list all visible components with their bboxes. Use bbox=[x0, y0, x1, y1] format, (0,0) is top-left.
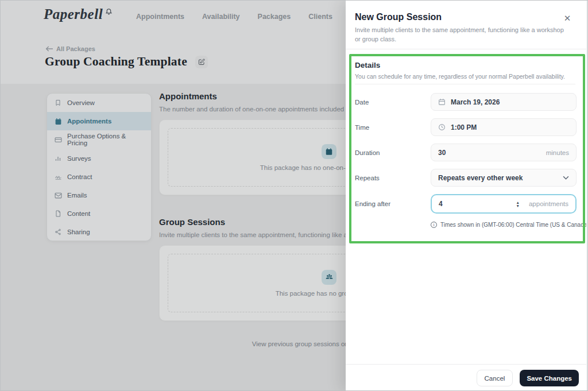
modal-title: New Group Session bbox=[355, 12, 442, 22]
chevron-down-icon bbox=[563, 176, 569, 180]
timezone-note: i Times shown in (GMT-06:00) Central Tim… bbox=[431, 222, 588, 228]
close-icon[interactable]: ✕ bbox=[562, 13, 572, 24]
repeats-label: Repeats bbox=[355, 175, 431, 181]
duration-label: Duration bbox=[355, 149, 431, 156]
clock-icon bbox=[438, 123, 446, 131]
calendar-icon bbox=[438, 98, 446, 106]
date-row: Date March 19, 2026 bbox=[355, 93, 577, 111]
ending-after-row: Ending after 4 ▲▼ appointments bbox=[355, 194, 577, 214]
ending-after-unit: appointments bbox=[529, 200, 568, 207]
modal-subtitle: Invite multiple clients to the same appo… bbox=[355, 26, 566, 44]
info-icon: i bbox=[431, 222, 437, 228]
details-divider bbox=[355, 84, 575, 84]
ending-after-value: 4 bbox=[439, 200, 443, 208]
time-label: Time bbox=[355, 124, 431, 131]
screen: Paperbell Appointments Availability Pack… bbox=[0, 0, 588, 391]
date-input[interactable]: March 19, 2026 bbox=[431, 93, 577, 111]
timezone-note-text: Times shown in (GMT-06:00) Central Time … bbox=[440, 222, 588, 228]
duration-value: 30 bbox=[438, 149, 446, 157]
repeats-select[interactable]: Repeats every other week bbox=[431, 169, 577, 187]
time-input[interactable]: 1:00 PM bbox=[431, 118, 577, 136]
ending-after-label: Ending after bbox=[355, 200, 431, 207]
duration-unit: minutes bbox=[546, 149, 569, 156]
repeats-row: Repeats Repeats every other week bbox=[355, 169, 577, 187]
details-section-title: Details bbox=[355, 61, 380, 69]
save-changes-button[interactable]: Save Changes bbox=[520, 370, 579, 386]
date-value: March 19, 2026 bbox=[451, 98, 500, 106]
ending-after-input[interactable]: 4 ▲▼ appointments bbox=[431, 194, 577, 214]
modal-footer: Cancel Save Changes bbox=[346, 364, 588, 391]
time-row: Time 1:00 PM bbox=[355, 118, 577, 136]
cancel-button[interactable]: Cancel bbox=[477, 370, 513, 386]
date-label: Date bbox=[355, 99, 431, 106]
number-stepper-icon[interactable]: ▲▼ bbox=[516, 201, 520, 207]
duration-row: Duration 30 minutes bbox=[355, 144, 577, 161]
details-section-subtitle: You can schedule for any time, regardles… bbox=[355, 73, 565, 80]
time-value: 1:00 PM bbox=[451, 123, 477, 131]
modal-backdrop[interactable] bbox=[1, 1, 346, 391]
new-group-session-modal: New Group Session Invite multiple client… bbox=[346, 1, 588, 391]
duration-input[interactable]: 30 minutes bbox=[431, 144, 577, 161]
details-form: Date March 19, 2026 Time 1:00 PM Duratio… bbox=[355, 93, 577, 221]
repeats-value: Repeats every other week bbox=[438, 174, 523, 182]
